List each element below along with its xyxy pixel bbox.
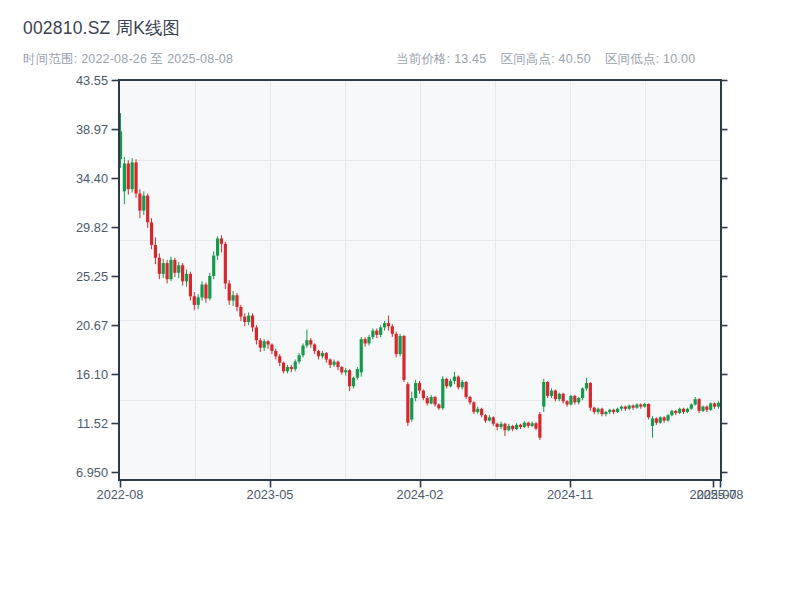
candle-body: [278, 356, 281, 362]
candle-body: [410, 398, 413, 419]
candle-body: [406, 384, 409, 423]
candlestick-week: [659, 416, 662, 423]
candle-body: [635, 404, 638, 407]
candle-body: [282, 363, 285, 372]
candle-body: [154, 245, 157, 258]
candle-body: [468, 397, 471, 402]
candle-body: [150, 222, 153, 244]
candle-body: [391, 326, 394, 333]
candle-body: [367, 337, 370, 343]
y-tick-label: 6.950: [76, 465, 108, 480]
candle-body: [441, 379, 444, 408]
candlestick-week: [697, 398, 700, 413]
candle-body: [208, 276, 211, 298]
candlestick-week: [647, 403, 650, 419]
candle-body: [577, 398, 580, 402]
candle-body: [162, 263, 165, 274]
candle-body: [651, 418, 654, 425]
candle-body: [686, 409, 689, 412]
candle-body: [666, 415, 669, 420]
candlestick-week: [538, 412, 541, 440]
candle-body: [697, 399, 700, 411]
candle-body: [212, 256, 215, 276]
candlestick-week: [666, 414, 669, 421]
candle-body: [527, 423, 530, 426]
candle-body: [220, 238, 223, 243]
range-high-stat: 区间高点: 40.50: [500, 51, 590, 68]
candle-body: [387, 323, 390, 326]
candle-body: [197, 297, 200, 304]
candle-body: [173, 260, 176, 273]
candle-body: [581, 388, 584, 398]
candle-body: [597, 409, 600, 412]
candle-body: [266, 341, 269, 344]
candle-body: [189, 274, 192, 296]
candle-body: [422, 391, 425, 398]
candle-body: [185, 274, 188, 281]
candle-body: [298, 355, 301, 361]
candle-body: [554, 391, 557, 400]
candle-body: [694, 399, 697, 404]
candle-body: [325, 353, 328, 359]
candle-body: [200, 285, 203, 298]
candle-body: [717, 403, 720, 407]
candle-body: [519, 425, 522, 427]
candle-body: [655, 418, 658, 422]
candle-body: [364, 339, 367, 343]
candle-body: [663, 417, 666, 420]
candle-body: [449, 381, 452, 386]
candle-body: [593, 408, 596, 412]
candlestick-week: [569, 395, 572, 406]
candle-body: [247, 316, 250, 322]
candle-body: [647, 404, 650, 417]
candle-body: [531, 423, 534, 426]
candlestick-week: [395, 332, 398, 358]
candlestick-week: [134, 159, 137, 198]
candle-body: [713, 403, 716, 406]
candle-body: [383, 323, 386, 327]
candle-body: [709, 403, 712, 409]
candle-body: [301, 346, 304, 356]
candle-body: [433, 397, 436, 404]
candle-body: [484, 415, 487, 420]
candle-body: [263, 341, 266, 347]
candle-body: [480, 409, 483, 415]
candle-body: [356, 369, 359, 378]
candle-body: [123, 164, 126, 192]
candle-body: [659, 417, 662, 422]
candle-body: [169, 260, 172, 279]
candle-body: [239, 307, 242, 317]
candlestick-week: [150, 218, 153, 249]
candle-body: [542, 382, 545, 407]
candle-body: [146, 196, 149, 223]
candle-body: [492, 417, 495, 423]
current-price-stat: 当前价格: 13.45: [396, 51, 486, 68]
candle-body: [546, 382, 549, 396]
candle-body: [321, 353, 324, 356]
candle-body: [232, 295, 235, 300]
candlestick-week: [441, 376, 444, 410]
candle-body: [181, 265, 184, 281]
candle-body: [499, 424, 502, 427]
candlestick-week: [169, 257, 172, 282]
candle-body: [550, 391, 553, 396]
kline-chart-panel: 002810.SZ 周K线图 时间范围: 2022-08-26 至 2025-0…: [0, 0, 800, 600]
candle-body: [682, 409, 685, 412]
page-title: 002810.SZ 周K线图: [23, 16, 180, 40]
candle-body: [235, 295, 238, 307]
candle-body: [177, 265, 180, 272]
candle-body: [565, 401, 568, 404]
x-tick-label: 2024-02: [397, 487, 444, 502]
candle-body: [457, 377, 460, 388]
candle-body: [352, 378, 355, 387]
y-tick-label: 20.67: [76, 318, 108, 333]
candle-body: [445, 379, 448, 386]
y-tick-label: 11.52: [77, 416, 108, 431]
candle-body: [216, 238, 219, 255]
candle-body: [534, 423, 537, 428]
candle-body: [251, 316, 254, 328]
candle-body: [639, 404, 642, 406]
candle-body: [348, 370, 351, 386]
candlestick-week: [189, 272, 192, 301]
candle-body: [624, 407, 627, 409]
